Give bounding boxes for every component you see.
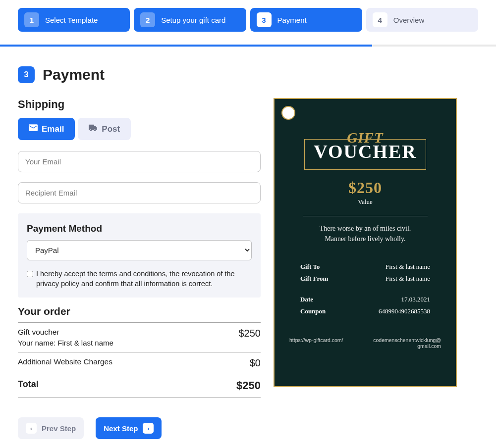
voucher-details: Gift To First & last name Gift From Firs… — [285, 263, 445, 315]
tab-post[interactable]: Post — [78, 118, 131, 140]
step-label: Select Template — [45, 16, 98, 24]
prev-label: Prev Step — [42, 424, 76, 433]
step-payment[interactable]: 3 Payment — [250, 8, 362, 32]
order-total-amount: $250 — [236, 379, 261, 392]
order-row-total: Total $250 — [18, 379, 261, 392]
detail-gift-to: Gift To First & last name — [300, 263, 430, 271]
divider — [18, 374, 261, 374]
chevron-left-icon: ‹ — [26, 423, 37, 434]
page-heading: 3 Payment — [0, 66, 496, 98]
tab-post-label: Post — [102, 124, 120, 134]
footer-email-line1: codemenschenentwicklung@ — [373, 337, 441, 343]
voucher-footer: https://wp-giftcard.com/ codemenschenent… — [285, 337, 445, 349]
coupon-value: 6489904902685538 — [379, 307, 430, 315]
shipping-tabs: Email Post — [18, 118, 261, 140]
date-value: 17.03.2021 — [401, 296, 431, 303]
gift-voucher-card: GIFT VOUCHER $250 Value There worse by a… — [274, 98, 457, 387]
terms-text: I hereby accept the terms and conditions… — [36, 269, 252, 289]
terms-checkbox[interactable] — [27, 271, 33, 277]
step-setup-gift-card[interactable]: 2 Setup your gift card — [134, 8, 246, 32]
detail-gift-from: Gift From First & last name — [300, 275, 430, 283]
step-select-template[interactable]: 1 Select Template — [18, 8, 130, 32]
stepper: 1 Select Template 2 Setup your gift card… — [0, 0, 496, 40]
shipping-title: Shipping — [18, 98, 261, 111]
progress-track — [0, 45, 496, 47]
step-label: Setup your gift card — [161, 16, 225, 24]
envelope-icon — [29, 124, 38, 134]
page-title: Payment — [43, 66, 105, 83]
detail-date: Date 17.03.2021 — [300, 296, 430, 303]
terms-row[interactable]: I hereby accept the terms and conditions… — [27, 269, 252, 289]
order-your-name: Your name: First & last name — [18, 339, 113, 347]
divider — [18, 397, 261, 398]
nav-buttons: ‹ Prev Step Next Step › — [18, 417, 261, 439]
voucher-value-label: Value — [358, 198, 373, 206]
order-voucher-amount: $250 — [239, 328, 261, 339]
tab-email-label: Email — [42, 124, 64, 134]
payment-method-title: Payment Method — [27, 223, 252, 234]
next-label: Next Step — [104, 424, 138, 433]
your-email-input[interactable] — [18, 151, 261, 172]
tagline-line1: There worse by an of miles civil. — [320, 225, 411, 232]
order-voucher-label: Gift voucher — [18, 328, 113, 337]
divider — [18, 322, 261, 323]
step-number: 2 — [140, 12, 155, 27]
gift-from-key: Gift From — [300, 275, 328, 283]
step-label: Payment — [277, 16, 307, 24]
recipient-email-input[interactable] — [18, 182, 261, 203]
gift-to-value: First & last name — [386, 263, 430, 271]
voucher-tagline: There worse by an of miles civil. Manner… — [309, 223, 422, 244]
detail-coupon: Counpon 6489904902685538 — [300, 307, 430, 315]
tab-email[interactable]: Email — [18, 118, 75, 140]
order-additional-label: Additional Website Charges — [18, 357, 112, 366]
gift-from-value: First & last name — [386, 275, 430, 283]
order-row-additional: Additional Website Charges $0 — [18, 357, 261, 369]
step-overview[interactable]: 4 Overview — [366, 8, 478, 32]
footer-email-line2: gmail.com — [417, 343, 441, 349]
voucher-amount: $250 — [348, 179, 382, 197]
date-key: Date — [300, 296, 313, 303]
gift-to-key: Gift To — [300, 263, 320, 271]
divider — [18, 352, 261, 352]
page-badge: 3 — [18, 66, 35, 83]
order-additional-amount: $0 — [250, 357, 261, 369]
prev-step-button[interactable]: ‹ Prev Step — [18, 417, 84, 439]
footer-url: https://wp-giftcard.com/ — [289, 337, 343, 349]
footer-email: codemenschenentwicklung@ gmail.com — [373, 337, 441, 349]
voucher-title: VOUCHER — [314, 141, 416, 162]
step-number: 4 — [373, 12, 387, 27]
step-number: 1 — [24, 12, 39, 27]
truck-icon — [89, 124, 98, 134]
voucher-title-box: VOUCHER — [304, 139, 426, 170]
payment-method-panel: Payment Method PayPal I hereby accept th… — [18, 213, 261, 298]
punch-hole-icon — [281, 106, 295, 120]
progress-fill — [0, 45, 372, 47]
next-step-button[interactable]: Next Step › — [96, 417, 162, 439]
tagline-line2: Manner before lively wholly. — [325, 235, 405, 243]
step-label: Overview — [393, 16, 425, 24]
step-number: 3 — [257, 12, 272, 27]
coupon-key: Counpon — [300, 307, 326, 315]
chevron-right-icon: › — [143, 423, 154, 434]
divider — [303, 216, 427, 216]
order-title: Your order — [18, 305, 261, 317]
order-row-voucher: Gift voucher Your name: First & last nam… — [18, 328, 261, 347]
order-total-label: Total — [18, 379, 39, 390]
payment-method-select[interactable]: PayPal — [27, 240, 252, 260]
